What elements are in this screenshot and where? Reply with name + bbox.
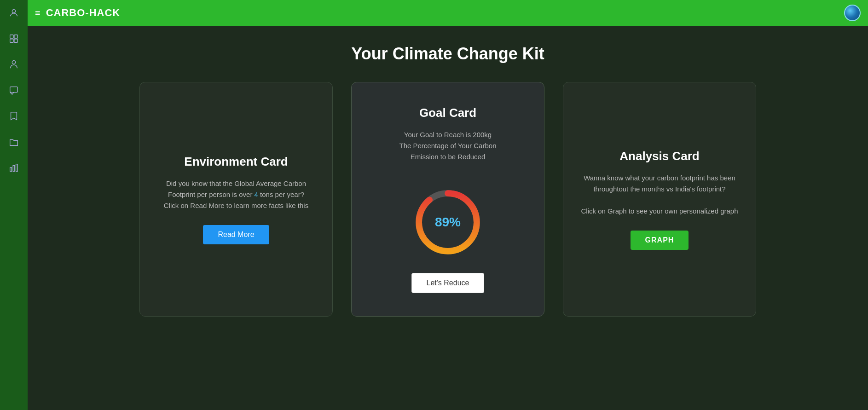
cards-container: Environment Card Did you know that the G… — [126, 82, 770, 317]
environment-card-title: Environment Card — [184, 155, 288, 169]
goal-card-text: Your Goal to Reach is 200kg The Percenta… — [399, 129, 497, 162]
analysis-card: Analysis Card Wanna know what your carbo… — [563, 82, 756, 317]
content-area: Your Climate Change Kit Environment Card… — [28, 26, 868, 410]
svg-rect-9 — [16, 164, 18, 172]
sidebar-item-chat[interactable] — [6, 82, 22, 98]
topbar: ≡ CARBO-HACK — [28, 0, 868, 26]
app-title: CARBO-HACK — [46, 7, 839, 19]
environment-card: Environment Card Did you know that the G… — [139, 82, 333, 317]
sidebar-item-folder[interactable] — [6, 133, 22, 150]
page-title: Your Climate Change Kit — [351, 44, 544, 64]
svg-point-5 — [12, 61, 15, 64]
menu-icon[interactable]: ≡ — [35, 8, 41, 18]
sidebar-item-bookmark[interactable] — [6, 108, 22, 124]
highlight-number: 4 — [255, 191, 258, 198]
svg-rect-7 — [10, 167, 12, 171]
percent-text: 89% — [435, 215, 461, 230]
main-area: ≡ CARBO-HACK Your Climate Change Kit Env… — [28, 0, 868, 410]
progress-circle: 89% — [411, 185, 485, 259]
analysis-card-text: Wanna know what your carbon footprint ha… — [577, 173, 742, 217]
globe-icon — [844, 5, 861, 21]
environment-card-text: Did you know that the Global Average Car… — [154, 178, 318, 211]
lets-reduce-button[interactable]: Let's Reduce — [411, 273, 485, 293]
sidebar-item-person[interactable] — [6, 56, 22, 73]
svg-rect-6 — [10, 87, 18, 92]
svg-rect-8 — [13, 165, 15, 171]
svg-rect-2 — [14, 35, 17, 38]
sidebar — [0, 0, 28, 410]
svg-rect-1 — [10, 35, 13, 38]
graph-button[interactable]: GRAPH — [631, 231, 689, 250]
goal-card: Goal Card Your Goal to Reach is 200kg Th… — [351, 82, 544, 317]
goal-card-title: Goal Card — [419, 106, 476, 120]
analysis-card-title: Analysis Card — [619, 149, 699, 163]
sidebar-item-chart[interactable] — [6, 159, 22, 176]
svg-rect-4 — [14, 39, 17, 42]
sidebar-item-user[interactable] — [6, 5, 22, 21]
sidebar-item-grid[interactable] — [6, 30, 22, 47]
svg-rect-3 — [10, 39, 13, 42]
read-more-button[interactable]: Read More — [203, 225, 269, 244]
svg-point-0 — [12, 10, 15, 13]
